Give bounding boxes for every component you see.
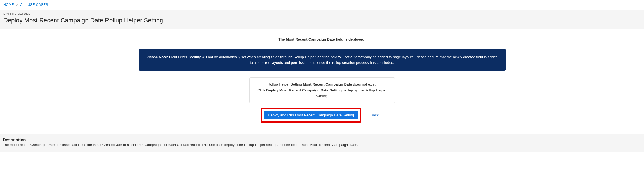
detail-line1-post: does not exist.	[352, 82, 376, 86]
button-row: Deploy and Run Most Recent Campaign Date…	[0, 108, 644, 123]
setting-detail-box: Rollup Helper Setting Most Recent Campai…	[249, 77, 395, 103]
detail-line2-pre: Click	[257, 88, 266, 92]
please-note-box: Please Note: Field Level Security will n…	[139, 49, 506, 71]
highlight-frame: Deploy and Run Most Recent Campaign Date…	[261, 108, 361, 123]
breadcrumb-home-link[interactable]: HOME	[3, 3, 14, 7]
page-title: Deploy Most Recent Campaign Date Rollup …	[3, 17, 641, 24]
main-content: The Most Recent Campaign Date field is d…	[0, 29, 644, 134]
breadcrumb: HOME > ALL USE CASES	[0, 0, 644, 10]
detail-line1-pre: Rollup Helper Setting	[268, 82, 303, 86]
description-body: The Most Recent Campaign Date use case c…	[3, 143, 641, 147]
setting-not-exist-line: Rollup Helper Setting Most Recent Campai…	[255, 82, 389, 88]
detail-line2-bold: Deploy Most Recent Campaign Date Setting	[266, 88, 342, 92]
description-heading: Description	[3, 137, 641, 142]
page-eyebrow: ROLLUP HELPER	[3, 13, 641, 16]
detail-line1-bold: Most Recent Campaign Date	[303, 82, 352, 86]
description-section: Description The Most Recent Campaign Dat…	[0, 134, 644, 152]
please-note-body: Field Level Security will not be automat…	[168, 55, 498, 65]
breadcrumb-all-use-cases-link[interactable]: ALL USE CASES	[20, 3, 48, 7]
please-note-prefix: Please Note:	[146, 55, 168, 59]
deployed-message: The Most Recent Campaign Date field is d…	[0, 37, 644, 41]
setting-instruction-line: Click Deploy Most Recent Campaign Date S…	[255, 88, 389, 99]
page-header: ROLLUP HELPER Deploy Most Recent Campaig…	[0, 10, 644, 29]
deploy-and-run-button[interactable]: Deploy and Run Most Recent Campaign Date…	[264, 111, 358, 119]
breadcrumb-separator: >	[16, 3, 18, 7]
back-button[interactable]: Back	[366, 111, 383, 119]
